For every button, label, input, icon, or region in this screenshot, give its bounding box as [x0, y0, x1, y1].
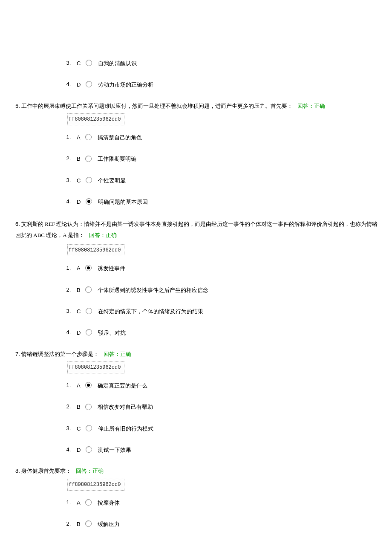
code-box: ff808081235962cd0	[67, 113, 124, 125]
list-item: B 工作限期要明确	[72, 154, 379, 163]
option-letter: C	[77, 59, 81, 68]
question-6: 6. 艾利斯的 REF 理论认为：情绪并不是由某一诱发事件本身直接引起的，而是由…	[15, 219, 379, 241]
list-item: C 停止所有旧的行为模式	[72, 424, 379, 433]
option-list-q7: A 确定真正要的是什么 B 相信改变对自己有帮助 C 停止所有旧的行为模式 D …	[72, 381, 379, 454]
option-text: 在特定的情景下，个体的情绪及行为的结果	[98, 308, 203, 315]
option-text: 测试一下效果	[98, 447, 131, 453]
option-letter: C	[77, 307, 81, 316]
radio-icon[interactable]	[86, 329, 92, 335]
question-number: 6.	[15, 221, 20, 227]
question-number: 7.	[15, 351, 20, 357]
answer-status: 回答：正确	[104, 351, 131, 357]
answer-status: 回答：正确	[89, 232, 117, 238]
option-letter: B	[77, 403, 81, 411]
option-letter: D	[77, 81, 81, 89]
option-letter: D	[77, 329, 81, 337]
list-item: B 个体所遇到的诱发性事件之后产生的相应信念	[72, 286, 379, 294]
option-list-q6: A 诱发性事件 B 个体所遇到的诱发性事件之后产生的相应信念 C 在特定的情景下…	[72, 264, 379, 337]
list-item: C 在特定的情景下，个体的情绪及行为的结果	[72, 307, 379, 315]
radio-icon[interactable]	[85, 286, 92, 293]
radio-icon[interactable]	[86, 425, 92, 431]
option-letter: C	[77, 425, 81, 433]
list-item: D 明确问题的基本原因	[72, 197, 379, 206]
option-text: 工作限期要明确	[98, 156, 136, 162]
option-list-fragment: C 自我的清醒认识 D 劳动力市场的正确分析	[72, 59, 379, 89]
option-text: 明确问题的基本原因	[98, 199, 148, 205]
question-text: 艾利斯的 REF 理论认为：情绪并不是由某一诱发事件本身直接引起的，而是由经历这…	[15, 221, 378, 238]
list-item: C 自我的清醒认识	[72, 59, 379, 67]
list-item: A 确定真正要的是什么	[72, 381, 379, 390]
radio-icon[interactable]	[85, 382, 92, 388]
radio-icon[interactable]	[86, 308, 92, 314]
option-text: 相信改变对自己有帮助	[98, 404, 153, 410]
option-list-q5: A 搞清楚自己的角色 B 工作限期要明确 C 个性要明显 D 明确问题的基本原因	[72, 133, 379, 206]
option-text: 停止所有旧的行为模式	[98, 425, 153, 432]
option-text: 确定真正要的是什么	[98, 382, 147, 389]
option-text: 个性要明显	[98, 177, 126, 184]
list-item: A 按摩身体	[72, 498, 379, 507]
option-text: 劳动力市场的正确分析	[98, 81, 153, 88]
option-letter: C	[77, 176, 81, 185]
option-letter: B	[77, 520, 81, 529]
code-box: ff808081235962cd0	[67, 479, 124, 491]
answer-status: 回答：正确	[297, 103, 325, 109]
code-box: ff808081235962cd0	[67, 244, 124, 256]
radio-icon[interactable]	[85, 156, 92, 162]
option-letter: B	[77, 286, 81, 295]
radio-icon[interactable]	[86, 446, 92, 453]
option-letter: A	[77, 133, 81, 142]
question-7: 7. 情绪链调整法的第一个步骤是： 回答：正确	[15, 350, 379, 358]
question-text: 工作中的层层束缚使工作关系问题难以应付，然而一旦处理不善就会堆积问题，进而产生更…	[21, 103, 293, 109]
question-8: 8. 身体健康首先要求： 回答：正确	[15, 467, 379, 475]
list-item: D 劳动力市场的正确分析	[72, 80, 379, 89]
option-text: 搞清楚自己的角色	[98, 134, 142, 141]
code-box: ff808081235962cd0	[67, 361, 124, 373]
option-text: 个体所遇到的诱发性事件之后产生的相应信念	[98, 287, 208, 293]
radio-icon[interactable]	[85, 265, 92, 271]
radio-icon[interactable]	[85, 404, 92, 410]
question-5: 5. 工作中的层层束缚使工作关系问题难以应付，然而一旦处理不善就会堆积问题，进而…	[15, 102, 379, 110]
radio-icon[interactable]	[85, 520, 92, 527]
option-letter: A	[77, 264, 81, 273]
radio-icon[interactable]	[85, 134, 92, 140]
option-list-q8: A 按摩身体 B 缓解压力	[72, 498, 379, 529]
question-text: 身体健康首先要求：	[21, 468, 71, 474]
list-item: C 个性要明显	[72, 176, 379, 185]
list-item: B 相信改变对自己有帮助	[72, 402, 379, 411]
option-text: 自我的清醒认识	[98, 60, 137, 66]
question-text: 情绪链调整法的第一个步骤是：	[21, 351, 99, 357]
answer-status: 回答：正确	[76, 468, 104, 474]
list-item: B 缓解压力	[72, 520, 379, 528]
option-letter: D	[77, 446, 81, 454]
radio-icon[interactable]	[85, 499, 92, 506]
question-number: 5.	[15, 103, 20, 109]
option-letter: A	[77, 499, 81, 507]
radio-icon[interactable]	[86, 198, 92, 205]
radio-icon[interactable]	[86, 177, 92, 183]
radio-icon[interactable]	[86, 60, 92, 66]
list-item: D 测试一下效果	[72, 445, 379, 454]
list-item: A 搞清楚自己的角色	[72, 133, 379, 142]
option-letter: D	[77, 198, 81, 206]
radio-icon[interactable]	[86, 81, 92, 87]
option-text: 驳斥、对抗	[98, 330, 126, 336]
list-item: A 诱发性事件	[72, 264, 379, 272]
option-letter: A	[77, 382, 81, 390]
question-number: 8.	[15, 468, 20, 474]
option-text: 诱发性事件	[98, 265, 125, 272]
option-text: 按摩身体	[98, 500, 120, 506]
list-item: D 驳斥、对抗	[72, 328, 379, 337]
option-text: 缓解压力	[98, 521, 120, 527]
option-letter: B	[77, 155, 81, 163]
